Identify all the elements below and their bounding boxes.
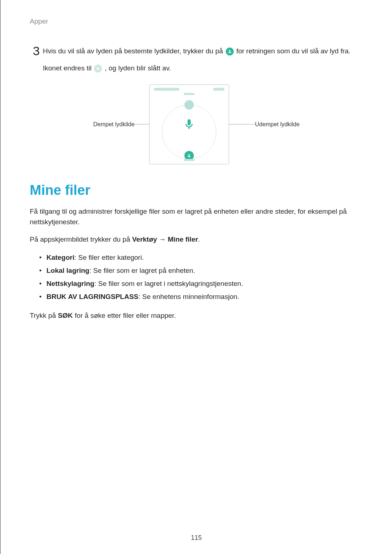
leader-line-right — [229, 124, 255, 124]
step-body-line-2: Ikonet endres til , og lyden blir slått … — [43, 63, 363, 73]
mine-filer-title: Mine filer — [30, 182, 363, 198]
bullet-desc: : Se filer som er lagret på enheten. — [89, 267, 195, 274]
figure-right-label: Udempet lydkilde — [255, 121, 300, 128]
search-bold: SØK — [58, 312, 73, 319]
screenshot-bottom-blur — [184, 159, 195, 161]
mine-filer-intro: Få tilgang til og administrer forskjelli… — [30, 206, 363, 227]
bullet-desc: : Se filer som er lagret i nettskylagrin… — [94, 280, 243, 287]
list-item: Lokal lagring: Se filer som er lagret på… — [39, 264, 363, 277]
search-post: for å søke etter filer eller mapper. — [73, 312, 176, 319]
bullet-term: Nettskylagring — [46, 280, 94, 287]
bullet-desc: : Se enhetens minneinformasjon. — [138, 293, 239, 300]
bullet-desc: : Se filer etter kategori. — [74, 254, 144, 261]
step-number: 3 — [30, 44, 43, 58]
screenshot-more-blur — [213, 88, 224, 91]
microphone-icon — [183, 118, 195, 131]
bullet-term: Kategori — [46, 254, 74, 261]
path-arrow: → — [157, 235, 168, 243]
muted-direction-icon — [94, 65, 102, 73]
path-pre: På appskjermbildet trykker du på — [30, 235, 132, 243]
path-post: . — [198, 235, 200, 243]
bullet-term: BRUK AV LAGRINGSPLASS — [46, 293, 138, 300]
list-item: Nettskylagring: Se filer som er lagret i… — [39, 277, 363, 290]
step-line2-pre: Ikonet endres til — [43, 64, 93, 72]
search-pre: Trykk på — [30, 312, 58, 319]
step-body-line-1: Hvis du vil slå av lyden på bestemte lyd… — [43, 46, 363, 56]
section-header: Apper — [30, 17, 363, 25]
list-item: BRUK AV LAGRINGSPLASS: Se enhetens minne… — [39, 290, 363, 303]
person-direction-icon — [226, 48, 234, 56]
figure-row: Dempet lydkilde Udempet lydkilde — [30, 85, 363, 164]
screenshot-sub-blur — [184, 93, 195, 95]
bullet-term: Lokal lagring — [46, 267, 89, 274]
search-line: Trykk på SØK for å søke etter filer elle… — [30, 310, 363, 321]
path-tool: Verktøy — [132, 235, 157, 243]
bullet-list: Kategori: Se filer etter kategori. Lokal… — [39, 251, 363, 303]
step-line2-post: , og lyden blir slått av. — [105, 64, 171, 72]
muted-source-dot — [184, 100, 194, 110]
screenshot-title-blur — [154, 88, 179, 91]
phone-screenshot — [149, 85, 229, 164]
figure-left-label: Dempet lydkilde — [93, 121, 135, 128]
leader-line-left — [135, 124, 149, 124]
step-3-row: 3 Hvis du vil slå av lyden på bestemte l… — [30, 46, 363, 58]
mine-filer-path: På appskjermbildet trykker du på Verktøy… — [30, 234, 363, 245]
step-line1-pre: Hvis du vil slå av lyden på bestemte lyd… — [43, 47, 225, 55]
path-target: Mine filer — [168, 235, 198, 243]
list-item: Kategori: Se filer etter kategori. — [39, 251, 363, 264]
step-line1-post: for retningen som du vil slå av lyd fra. — [236, 47, 351, 55]
page-number: 115 — [191, 534, 202, 542]
